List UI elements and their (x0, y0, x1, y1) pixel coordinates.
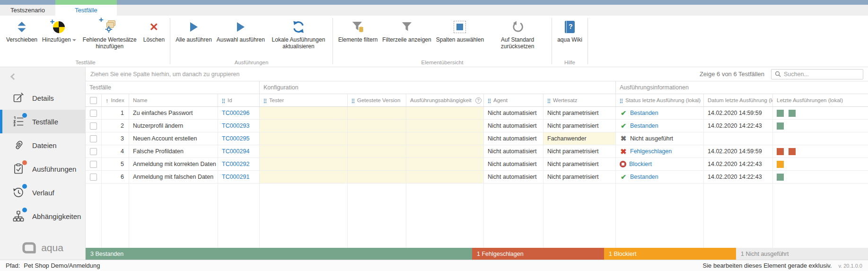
row-checkbox[interactable] (90, 135, 97, 142)
sidebar-collapse-button[interactable] (0, 67, 85, 86)
select-all-checkbox[interactable] (90, 97, 97, 104)
delete-label: Löschen (143, 36, 165, 43)
table-filler (484, 184, 544, 248)
cell-status[interactable]: Bestanden (616, 107, 704, 120)
cell-tester[interactable] (260, 107, 348, 120)
cell-ausfuehrungsabhaengigkeit[interactable] (406, 107, 484, 120)
cell-getestete-version[interactable] (348, 120, 406, 132)
cell-agent[interactable]: Nicht automatisiert (484, 132, 544, 145)
search-box[interactable] (771, 69, 863, 79)
band-testfaelle[interactable]: Testfälle (86, 81, 260, 94)
cell-id-link[interactable]: TC000292 (218, 158, 260, 171)
cell-agent[interactable]: Nicht automatisiert (484, 107, 544, 120)
run-selection-button[interactable]: Auswahl ausführen (214, 18, 267, 44)
column-header-index[interactable]: Index (102, 94, 129, 107)
cell-wertesatz[interactable]: Nicht parametrisiert (544, 171, 616, 184)
column-header-id[interactable]: Id (218, 94, 260, 107)
group-by-dropzone[interactable]: Ziehen Sie eine Spalte hierhin, um danac… (90, 71, 693, 78)
sidebar-item-details[interactable]: Details (0, 86, 85, 110)
cell-agent[interactable]: Nicht automatisiert (484, 145, 544, 158)
cell-getestete-version[interactable] (348, 107, 406, 120)
notification-badge (22, 208, 27, 212)
cell-wertesatz[interactable]: Fachanwender (544, 132, 616, 145)
notification-badge (22, 113, 27, 118)
select-columns-button[interactable]: Spalten auswählen (434, 18, 486, 44)
column-header-wertesatz[interactable]: Wertesatz (544, 94, 616, 107)
filter-elements-button[interactable]: Elemente filtern (336, 18, 380, 44)
cell-agent[interactable]: Nicht automatisiert (484, 158, 544, 171)
column-header-ausfuehrungsabhaengigkeit[interactable]: Ausführungsabhängigkeit (406, 94, 484, 107)
cell-ausfuehrungsabhaengigkeit[interactable] (406, 158, 484, 171)
cell-wertesatz[interactable]: Nicht parametrisiert (544, 145, 616, 158)
cell-getestete-version[interactable] (348, 132, 406, 145)
run-all-button[interactable]: Alle ausführen (173, 18, 214, 44)
filter-icon (263, 98, 267, 103)
row-checkbox[interactable] (90, 110, 97, 117)
help-icon[interactable] (475, 97, 482, 104)
column-header-tester[interactable]: Tester (260, 94, 348, 107)
column-header-name[interactable]: Name (129, 94, 218, 107)
cell-wertesatz[interactable]: Nicht parametrisiert (544, 107, 616, 120)
cell-wertesatz[interactable]: Nicht parametrisiert (544, 120, 616, 132)
column-header-getestete-version[interactable]: Getestete Version (348, 94, 406, 107)
tab-testszenario[interactable]: Testszenario (0, 5, 55, 16)
column-header-status[interactable]: Status letzte Ausführung (lokal) (616, 94, 704, 107)
add-button[interactable]: Hinzufügen (40, 18, 79, 44)
cell-getestete-version[interactable] (348, 145, 406, 158)
cell-id-link[interactable]: TC000295 (218, 132, 260, 145)
cell-ausfuehrungsabhaengigkeit[interactable] (406, 132, 484, 145)
cell-ausfuehrungsabhaengigkeit[interactable] (406, 171, 484, 184)
cell-getestete-version[interactable] (348, 171, 406, 184)
sidebar-item-ausfuehrungen[interactable]: Ausführungen (0, 157, 85, 181)
reset-default-button[interactable]: Auf Standard zurücksetzen (486, 18, 549, 51)
row-checkbox[interactable] (90, 174, 97, 181)
band-ausfuehrungsinformationen[interactable]: Ausführungsinformationen (616, 81, 868, 94)
summary-blocked-label: 1 Blockiert (609, 251, 636, 257)
tab-testfaelle[interactable]: Testfälle (55, 5, 117, 16)
cell-getestete-version[interactable] (348, 158, 406, 171)
cell-ausfuehrungsabhaengigkeit[interactable] (406, 145, 484, 158)
sidebar-item-dateien[interactable]: Dateien (0, 133, 85, 157)
column-header-letzte-ausfuehrungen[interactable]: Letzte Ausführungen (lokal) (773, 94, 868, 107)
cell-status[interactable]: Blockiert (616, 158, 704, 171)
cell-id-link[interactable]: TC000296 (218, 107, 260, 120)
wiki-button[interactable]: aqua Wiki (555, 18, 585, 44)
history-clock-icon (12, 186, 25, 199)
sidebar-item-verlauf[interactable]: Verlauf (0, 181, 85, 204)
active-tab-accent (55, 0, 117, 5)
cell-tester[interactable] (260, 132, 348, 145)
cell-agent[interactable]: Nicht automatisiert (484, 171, 544, 184)
column-header-agent[interactable]: Agent (484, 94, 544, 107)
cell-tester[interactable] (260, 158, 348, 171)
cell-name: Falsche Profildaten (129, 145, 218, 158)
cell-tester[interactable] (260, 145, 348, 158)
cell-id-link[interactable]: TC000294 (218, 145, 260, 158)
move-button[interactable]: Verschieben (4, 18, 40, 44)
cell-wertesatz[interactable]: Nicht parametrisiert (544, 158, 616, 171)
cell-status[interactable]: Bestanden (616, 120, 704, 132)
row-checkbox[interactable] (90, 122, 97, 130)
plus-icon (99, 16, 105, 21)
row-checkbox[interactable] (90, 161, 97, 168)
add-missing-valuesets-button[interactable]: Fehlende Wertesätze hinzufügen (79, 18, 141, 51)
cell-agent[interactable]: Nicht automatisiert (484, 120, 544, 132)
delete-button[interactable]: Löschen (141, 18, 167, 44)
cell-id-link[interactable]: TC000293 (218, 120, 260, 132)
cell-tester[interactable] (260, 171, 348, 184)
cell-status[interactable]: Bestanden (616, 171, 704, 184)
table-row-cell (86, 171, 102, 184)
cell-ausfuehrungsabhaengigkeit[interactable] (406, 120, 484, 132)
cell-id-link[interactable]: TC000291 (218, 171, 260, 184)
sidebar-item-abhaengigkeiten[interactable]: Abhängigkeiten (0, 204, 85, 228)
cell-tester[interactable] (260, 120, 348, 132)
search-icon (775, 71, 781, 77)
column-header-datum[interactable]: Datum letzte Ausführung (lokal) (704, 94, 773, 107)
refresh-local-executions-button[interactable]: Lokale Ausführungen aktualisieren (267, 18, 330, 51)
sidebar-item-testfaelle[interactable]: Testfälle (0, 110, 85, 133)
row-checkbox[interactable] (90, 148, 97, 155)
show-filter-row-button[interactable]: Filterzeile anzeigen (380, 18, 433, 44)
search-input[interactable] (784, 71, 859, 78)
cell-index: 1 (102, 107, 129, 120)
cell-status[interactable]: Fehlgeschlagen (616, 145, 704, 158)
band-konfiguration[interactable]: Konfiguration (260, 81, 616, 94)
